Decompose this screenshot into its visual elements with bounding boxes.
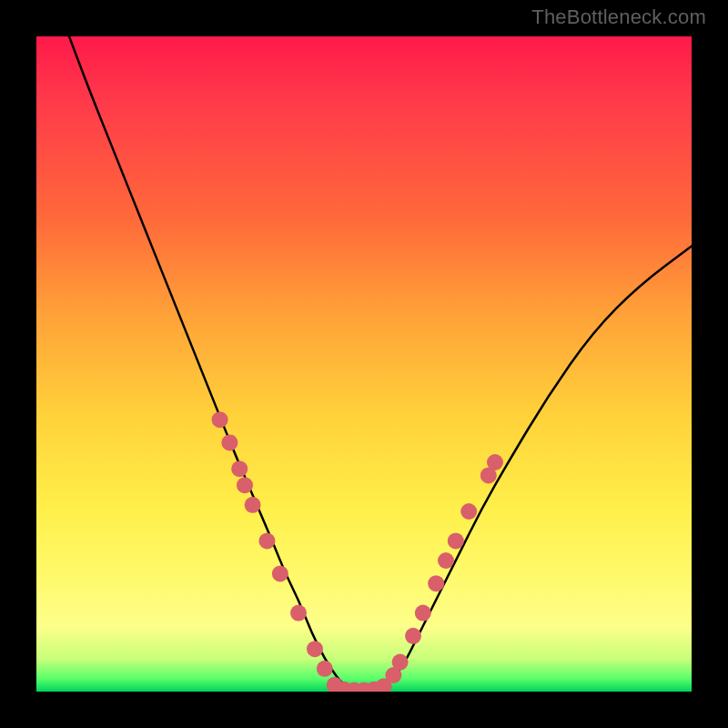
curve-marker xyxy=(272,565,288,581)
watermark-text: TheBottleneck.com xyxy=(531,5,706,29)
curve-marker xyxy=(405,628,421,644)
curve-marker xyxy=(415,605,431,622)
curve-marker xyxy=(258,532,275,549)
curve-layer xyxy=(36,36,692,692)
plot-area xyxy=(36,36,692,692)
bottleneck-curve xyxy=(69,36,692,689)
curve-marker xyxy=(428,575,444,592)
chart-frame: TheBottleneck.com xyxy=(0,0,728,728)
curve-marker xyxy=(317,661,333,677)
curve-marker xyxy=(460,503,477,520)
curve-marker xyxy=(438,552,454,569)
curve-marker xyxy=(307,641,323,657)
curve-marker xyxy=(392,654,409,671)
curve-marker xyxy=(245,497,261,513)
curve-marker xyxy=(231,460,248,477)
curve-marker xyxy=(290,605,307,622)
curve-marker xyxy=(212,411,228,428)
curve-marker xyxy=(487,454,503,470)
curve-marker xyxy=(221,434,238,450)
curve-marker xyxy=(237,477,253,493)
curve-marker xyxy=(448,532,464,549)
